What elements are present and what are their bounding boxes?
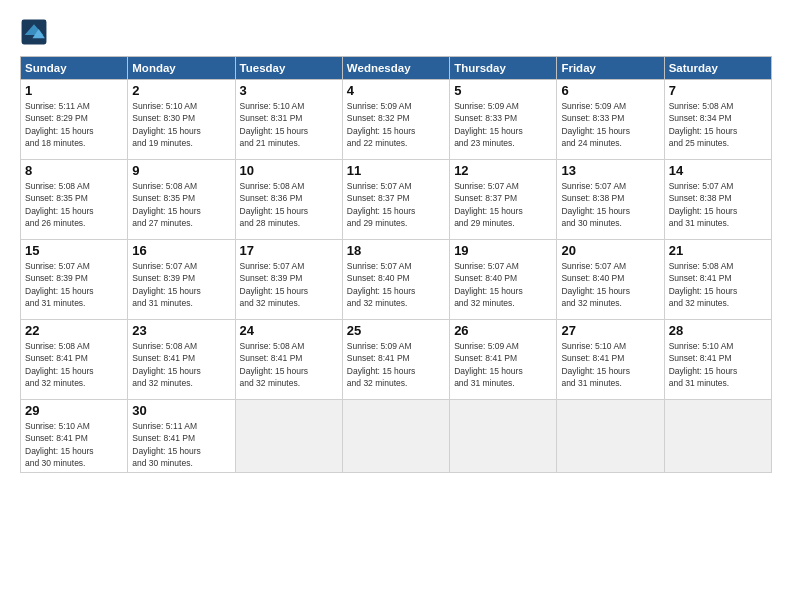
day-number: 13: [561, 163, 659, 178]
day-details: Sunrise: 5:10 AM Sunset: 8:30 PM Dayligh…: [132, 100, 230, 149]
day-details: Sunrise: 5:08 AM Sunset: 8:36 PM Dayligh…: [240, 180, 338, 229]
table-row: 24Sunrise: 5:08 AM Sunset: 8:41 PM Dayli…: [235, 320, 342, 400]
table-row: 23Sunrise: 5:08 AM Sunset: 8:41 PM Dayli…: [128, 320, 235, 400]
day-number: 16: [132, 243, 230, 258]
day-number: 30: [132, 403, 230, 418]
table-row: 26Sunrise: 5:09 AM Sunset: 8:41 PM Dayli…: [450, 320, 557, 400]
table-row: 22Sunrise: 5:08 AM Sunset: 8:41 PM Dayli…: [21, 320, 128, 400]
calendar-table: SundayMondayTuesdayWednesdayThursdayFrid…: [20, 56, 772, 473]
day-details: Sunrise: 5:10 AM Sunset: 8:41 PM Dayligh…: [25, 420, 123, 469]
day-number: 17: [240, 243, 338, 258]
day-number: 22: [25, 323, 123, 338]
day-details: Sunrise: 5:08 AM Sunset: 8:41 PM Dayligh…: [240, 340, 338, 389]
day-number: 1: [25, 83, 123, 98]
day-number: 3: [240, 83, 338, 98]
logo-icon: [20, 18, 48, 46]
table-row: 10Sunrise: 5:08 AM Sunset: 8:36 PM Dayli…: [235, 160, 342, 240]
day-details: Sunrise: 5:10 AM Sunset: 8:31 PM Dayligh…: [240, 100, 338, 149]
day-details: Sunrise: 5:08 AM Sunset: 8:41 PM Dayligh…: [669, 260, 767, 309]
table-row: 8Sunrise: 5:08 AM Sunset: 8:35 PM Daylig…: [21, 160, 128, 240]
table-row: 28Sunrise: 5:10 AM Sunset: 8:41 PM Dayli…: [664, 320, 771, 400]
table-row: 19Sunrise: 5:07 AM Sunset: 8:40 PM Dayli…: [450, 240, 557, 320]
day-number: 29: [25, 403, 123, 418]
day-details: Sunrise: 5:10 AM Sunset: 8:41 PM Dayligh…: [669, 340, 767, 389]
calendar-week-row: 15Sunrise: 5:07 AM Sunset: 8:39 PM Dayli…: [21, 240, 772, 320]
table-row: 12Sunrise: 5:07 AM Sunset: 8:37 PM Dayli…: [450, 160, 557, 240]
table-row: 29Sunrise: 5:10 AM Sunset: 8:41 PM Dayli…: [21, 400, 128, 473]
day-number: 27: [561, 323, 659, 338]
day-details: Sunrise: 5:10 AM Sunset: 8:41 PM Dayligh…: [561, 340, 659, 389]
day-number: 7: [669, 83, 767, 98]
table-row: [450, 400, 557, 473]
weekday-header: Sunday: [21, 57, 128, 80]
day-details: Sunrise: 5:08 AM Sunset: 8:41 PM Dayligh…: [132, 340, 230, 389]
table-row: 11Sunrise: 5:07 AM Sunset: 8:37 PM Dayli…: [342, 160, 449, 240]
day-number: 23: [132, 323, 230, 338]
table-row: 14Sunrise: 5:07 AM Sunset: 8:38 PM Dayli…: [664, 160, 771, 240]
table-row: 3Sunrise: 5:10 AM Sunset: 8:31 PM Daylig…: [235, 80, 342, 160]
day-details: Sunrise: 5:11 AM Sunset: 8:29 PM Dayligh…: [25, 100, 123, 149]
day-details: Sunrise: 5:08 AM Sunset: 8:35 PM Dayligh…: [25, 180, 123, 229]
table-row: 1Sunrise: 5:11 AM Sunset: 8:29 PM Daylig…: [21, 80, 128, 160]
day-details: Sunrise: 5:08 AM Sunset: 8:34 PM Dayligh…: [669, 100, 767, 149]
table-row: 13Sunrise: 5:07 AM Sunset: 8:38 PM Dayli…: [557, 160, 664, 240]
table-row: 4Sunrise: 5:09 AM Sunset: 8:32 PM Daylig…: [342, 80, 449, 160]
table-row: 15Sunrise: 5:07 AM Sunset: 8:39 PM Dayli…: [21, 240, 128, 320]
day-number: 4: [347, 83, 445, 98]
table-row: 7Sunrise: 5:08 AM Sunset: 8:34 PM Daylig…: [664, 80, 771, 160]
day-details: Sunrise: 5:07 AM Sunset: 8:39 PM Dayligh…: [25, 260, 123, 309]
day-number: 12: [454, 163, 552, 178]
weekday-header: Tuesday: [235, 57, 342, 80]
day-details: Sunrise: 5:09 AM Sunset: 8:41 PM Dayligh…: [347, 340, 445, 389]
table-row: 30Sunrise: 5:11 AM Sunset: 8:41 PM Dayli…: [128, 400, 235, 473]
day-details: Sunrise: 5:11 AM Sunset: 8:41 PM Dayligh…: [132, 420, 230, 469]
day-number: 11: [347, 163, 445, 178]
table-row: 17Sunrise: 5:07 AM Sunset: 8:39 PM Dayli…: [235, 240, 342, 320]
day-details: Sunrise: 5:07 AM Sunset: 8:40 PM Dayligh…: [454, 260, 552, 309]
table-row: [557, 400, 664, 473]
table-row: 16Sunrise: 5:07 AM Sunset: 8:39 PM Dayli…: [128, 240, 235, 320]
weekday-header: Saturday: [664, 57, 771, 80]
table-row: 2Sunrise: 5:10 AM Sunset: 8:30 PM Daylig…: [128, 80, 235, 160]
day-details: Sunrise: 5:07 AM Sunset: 8:40 PM Dayligh…: [347, 260, 445, 309]
table-row: 9Sunrise: 5:08 AM Sunset: 8:35 PM Daylig…: [128, 160, 235, 240]
table-row: 25Sunrise: 5:09 AM Sunset: 8:41 PM Dayli…: [342, 320, 449, 400]
day-number: 24: [240, 323, 338, 338]
table-row: 21Sunrise: 5:08 AM Sunset: 8:41 PM Dayli…: [664, 240, 771, 320]
table-row: 5Sunrise: 5:09 AM Sunset: 8:33 PM Daylig…: [450, 80, 557, 160]
day-details: Sunrise: 5:07 AM Sunset: 8:40 PM Dayligh…: [561, 260, 659, 309]
day-number: 6: [561, 83, 659, 98]
day-details: Sunrise: 5:07 AM Sunset: 8:38 PM Dayligh…: [669, 180, 767, 229]
day-number: 26: [454, 323, 552, 338]
table-row: [664, 400, 771, 473]
day-details: Sunrise: 5:09 AM Sunset: 8:33 PM Dayligh…: [454, 100, 552, 149]
day-number: 20: [561, 243, 659, 258]
table-row: 27Sunrise: 5:10 AM Sunset: 8:41 PM Dayli…: [557, 320, 664, 400]
weekday-header: Thursday: [450, 57, 557, 80]
day-details: Sunrise: 5:07 AM Sunset: 8:38 PM Dayligh…: [561, 180, 659, 229]
day-details: Sunrise: 5:07 AM Sunset: 8:37 PM Dayligh…: [347, 180, 445, 229]
day-number: 21: [669, 243, 767, 258]
day-number: 15: [25, 243, 123, 258]
day-number: 25: [347, 323, 445, 338]
day-details: Sunrise: 5:07 AM Sunset: 8:39 PM Dayligh…: [132, 260, 230, 309]
table-row: 6Sunrise: 5:09 AM Sunset: 8:33 PM Daylig…: [557, 80, 664, 160]
table-row: [235, 400, 342, 473]
calendar-week-row: 22Sunrise: 5:08 AM Sunset: 8:41 PM Dayli…: [21, 320, 772, 400]
calendar-week-row: 1Sunrise: 5:11 AM Sunset: 8:29 PM Daylig…: [21, 80, 772, 160]
day-details: Sunrise: 5:07 AM Sunset: 8:39 PM Dayligh…: [240, 260, 338, 309]
table-row: [342, 400, 449, 473]
calendar-header-row: SundayMondayTuesdayWednesdayThursdayFrid…: [21, 57, 772, 80]
weekday-header: Wednesday: [342, 57, 449, 80]
day-details: Sunrise: 5:08 AM Sunset: 8:41 PM Dayligh…: [25, 340, 123, 389]
day-number: 28: [669, 323, 767, 338]
logo: [20, 18, 52, 46]
weekday-header: Friday: [557, 57, 664, 80]
day-details: Sunrise: 5:09 AM Sunset: 8:41 PM Dayligh…: [454, 340, 552, 389]
day-number: 18: [347, 243, 445, 258]
day-details: Sunrise: 5:09 AM Sunset: 8:32 PM Dayligh…: [347, 100, 445, 149]
day-details: Sunrise: 5:08 AM Sunset: 8:35 PM Dayligh…: [132, 180, 230, 229]
table-row: 18Sunrise: 5:07 AM Sunset: 8:40 PM Dayli…: [342, 240, 449, 320]
day-details: Sunrise: 5:09 AM Sunset: 8:33 PM Dayligh…: [561, 100, 659, 149]
calendar-week-row: 29Sunrise: 5:10 AM Sunset: 8:41 PM Dayli…: [21, 400, 772, 473]
